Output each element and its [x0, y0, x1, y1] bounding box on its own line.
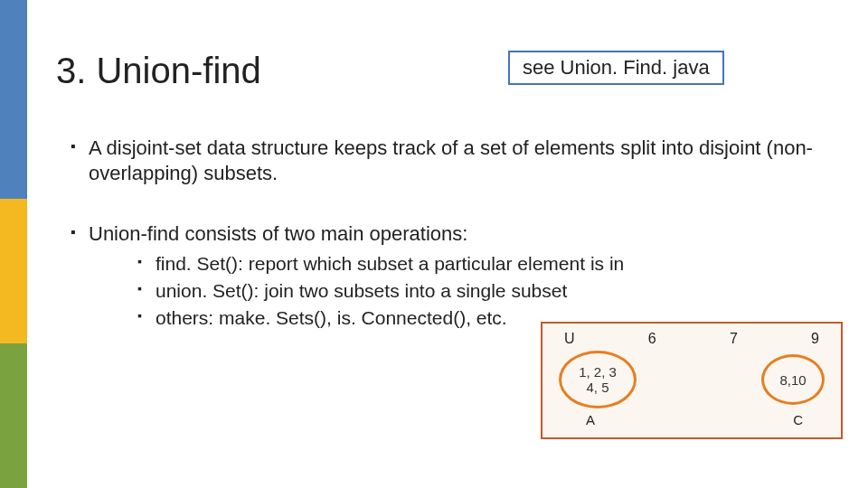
- set-diagram: U 6 7 9 1, 2, 3 4, 5 8,10 A C: [541, 322, 843, 439]
- sidebar-decoration: [0, 0, 27, 488]
- slide-title: 3. Union-find: [56, 51, 261, 91]
- sub-bullets: find. Set(): report which subset a parti…: [137, 252, 832, 331]
- diagram-circle-c: 8,10: [761, 354, 825, 405]
- slide: 3. Union-find see Union. Find. java A di…: [0, 0, 868, 488]
- sub-bullet-unionset: union. Set(): join two subsets into a si…: [137, 279, 832, 303]
- sidebar-green: [0, 343, 27, 488]
- bullet-operations: Union-find consists of two main operatio…: [71, 221, 832, 330]
- circle-c-content: 8,10: [779, 372, 806, 388]
- diagram-top-labels: U 6 7 9: [555, 331, 828, 347]
- sub-bullet-findset: find. Set(): report which subset a parti…: [137, 252, 832, 276]
- bullet-disjoint-set: A disjoint-set data structure keeps trac…: [71, 136, 832, 185]
- diagram-circles: 1, 2, 3 4, 5 8,10: [555, 351, 828, 408]
- bullet-operations-text: Union-find consists of two main operatio…: [89, 222, 467, 245]
- circle-a-line2: 4, 5: [579, 380, 617, 395]
- diagram-bottom-labels: A C: [555, 412, 828, 427]
- diagram-label-6: 6: [648, 331, 656, 347]
- diagram-label-7: 7: [730, 331, 738, 347]
- diagram-label-c: C: [793, 412, 803, 427]
- diagram-label-9: 9: [811, 331, 819, 347]
- diagram-label-a: A: [586, 412, 595, 427]
- reference-box: see Union. Find. java: [508, 51, 724, 85]
- diagram-circle-a: 1, 2, 3 4, 5: [559, 351, 637, 408]
- circle-a-line1: 1, 2, 3: [579, 364, 617, 380]
- diagram-label-u: U: [564, 331, 575, 347]
- sidebar-yellow: [0, 199, 27, 361]
